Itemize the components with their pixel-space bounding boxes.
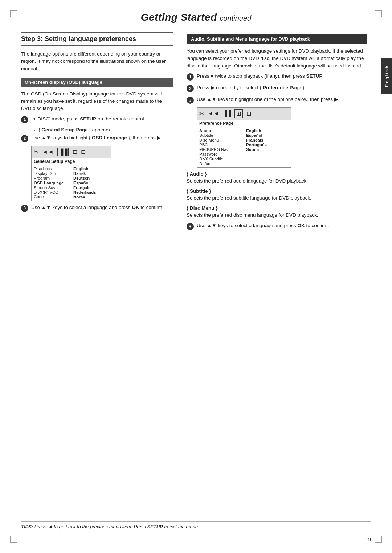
pref-icons-row: ✂ ◄◄ ▐▐ ⊞ ⊟ [197, 108, 291, 120]
pref-val-portugues: Português [246, 143, 289, 147]
menu-row-disc-lock: Disc Lock [34, 167, 69, 171]
pref-icon-list: ⊟ [246, 110, 251, 117]
menu-row-osd-language: OSD Language [34, 181, 69, 185]
page-title-sub: continued [220, 14, 251, 22]
val-deutsch: Deutsch [73, 176, 90, 180]
page-title-main: Getting Started [141, 12, 217, 23]
pref-label-pbc: PBC [199, 143, 242, 147]
pref-val-english: English [246, 128, 289, 133]
corner-mark-tl [10, 10, 17, 17]
step-num-2: 2 [21, 135, 28, 142]
pref-label-subtitle: Subtitle [199, 133, 242, 138]
tips-text: TIPS: Press ◄ to go back to the previous… [21, 524, 199, 529]
intro-text: The language options are different depen… [21, 50, 173, 73]
step-num-3: 3 [21, 205, 28, 212]
step-2-content: Use ▲▼ keys to highlight { OSD Language … [31, 134, 173, 142]
pref-label-disc-menu: Disc Menu [199, 138, 242, 142]
arrow-general-setup: → { General Setup Page } appears. [31, 127, 173, 133]
label-divx-vod: DivX(R) VOD Code [34, 190, 69, 199]
corner-mark-tr [375, 10, 382, 17]
right-step-num-1: 1 [187, 73, 194, 81]
menu-left-general: Disc Lock Display Dim Program OSD Langua… [32, 165, 71, 201]
subtitle-sub-title: { Subtitle } [187, 188, 367, 194]
menu-row-norsk: Norsk [73, 195, 109, 199]
label-screen-saver: Screen Saver [34, 185, 69, 190]
pref-row-pbc: PBC [199, 143, 242, 147]
pref-label-password: Password [199, 152, 242, 156]
pref-val-portugues-span: Português [246, 143, 267, 147]
menu-row-francais: Français [73, 185, 109, 190]
left-column: Step 3: Setting language preferences The… [21, 29, 173, 234]
page-wrapper: English Getting Started continued Step 3… [0, 0, 392, 553]
pref-row-subtitle: Subtitle [199, 133, 242, 138]
pref-row-default: Default [199, 161, 242, 166]
menu-icons-row: ✂ ◄◄ ▐▐ ⊞ ⊟ [32, 146, 111, 158]
audio-section-header: Audio, Subtitle and Menu language for DV… [187, 34, 367, 44]
arrow-text: { General Setup Page } appears. [38, 127, 111, 132]
general-setup-menu: ✂ ◄◄ ▐▐ ⊞ ⊟ General Setup Page Disc Lock… [31, 146, 111, 201]
right-step-1-content: Press ■ twice to stop playback (if any),… [197, 73, 367, 80]
disc-menu-sub-body: Selects the preferred disc menu language… [187, 212, 367, 219]
menu-row-english: English [73, 167, 109, 171]
right-step-num-3: 3 [187, 97, 194, 104]
val-francais: Français [73, 185, 90, 190]
icon-list: ⊟ [81, 148, 86, 155]
content-area: Step 3: Setting language preferences The… [0, 29, 392, 234]
pref-label-default: Default [199, 161, 242, 166]
page-title-bar: Getting Started continued [0, 0, 392, 29]
pref-val-francais-span: Français [246, 138, 263, 142]
menu-title-pref: Preference Page [197, 120, 291, 127]
step-num-1: 1 [21, 116, 28, 123]
right-step-num-2: 2 [187, 85, 194, 92]
step-3-content: Use ▲▼ keys to select a language and pre… [31, 204, 173, 211]
pref-label-mp3: MP3/JPEG Nav [199, 147, 242, 152]
arrow-char: → [31, 127, 36, 133]
val-espanol: Español [73, 181, 90, 185]
pref-icon-pause: ▐▐ [223, 110, 231, 117]
right-step-num-4: 4 [187, 223, 194, 230]
corner-mark-br [375, 536, 382, 543]
pref-row-mp3: MP3/JPEG Nav [199, 147, 242, 152]
menu-body-general: Disc Lock Display Dim Program OSD Langua… [32, 165, 111, 201]
corner-mark-bl [10, 536, 17, 543]
label-program: Program [34, 176, 69, 180]
audio-sub-body: Selects the preferred audio language for… [187, 177, 367, 185]
osd-body: The OSD (On-Screen Display) language for… [21, 90, 173, 112]
pref-label-audio: Audio [199, 128, 242, 133]
audio-sub-title: { Audio } [187, 171, 367, 177]
pref-icon-scissor: ✂ [199, 110, 204, 117]
menu-row-divx-vod: DivX(R) VOD Code [34, 190, 69, 199]
english-tab: English [381, 58, 392, 94]
left-step-1: 1 In 'DISC' mode, press SETUP on the rem… [21, 115, 173, 123]
right-step-3: 3 Use ▲▼ keys to highlight one of the op… [187, 96, 367, 104]
right-step-3-content: Use ▲▼ keys to highlight one of the opti… [197, 96, 367, 103]
subtitle-sub-body: Selects the preferred subtitle language … [187, 194, 367, 202]
menu-right-general: English Dansk Deutsch Español Français [71, 165, 111, 201]
left-step-3: 3 Use ▲▼ keys to select a language and p… [21, 204, 173, 212]
audio-intro: You can select your preferred language s… [187, 48, 367, 70]
right-column: Audio, Subtitle and Menu language for DV… [187, 29, 371, 234]
menu-row-screen-saver: Screen Saver [34, 185, 69, 190]
pref-val-espanol: Español [246, 133, 289, 138]
menu-row-nederlands: Nederlands [73, 190, 109, 194]
tips-bar: TIPS: Press ◄ to go back to the previous… [21, 521, 371, 532]
step-1-content: In 'DISC' mode, press SETUP on the remot… [31, 115, 173, 123]
pref-menu-right: English Español Français Português Suomi [244, 127, 291, 167]
menu-row-dansk: Dansk [73, 171, 109, 176]
menu-row-deutsch: Deutsch [73, 176, 109, 180]
menu-row-program: Program [34, 176, 69, 180]
label-osd-language: OSD Language [34, 181, 69, 185]
label-display-dim: Display Dim [34, 171, 69, 176]
menu-row-espanol: Español [73, 181, 109, 185]
page-number: 19 [366, 537, 371, 542]
pref-val-english-span: English [246, 128, 261, 133]
val-english: English [73, 167, 89, 171]
right-step-2-content: Press ▶ repeatedly to select { Preferenc… [197, 84, 367, 91]
pref-row-password: Password [199, 152, 242, 156]
preference-menu: ✂ ◄◄ ▐▐ ⊞ ⊟ Preference Page Audio Subtit… [197, 107, 291, 168]
pref-menu-body: Audio Subtitle Disc Menu PBC MP3/JPEG Na [197, 127, 291, 167]
right-step-2: 2 Press ▶ repeatedly to select { Prefere… [187, 84, 367, 92]
right-step-1: 1 Press ■ twice to stop playback (if any… [187, 73, 367, 81]
left-step-2: 2 Use ▲▼ keys to highlight { OSD Languag… [21, 134, 173, 142]
label-disc-lock: Disc Lock [34, 167, 69, 171]
